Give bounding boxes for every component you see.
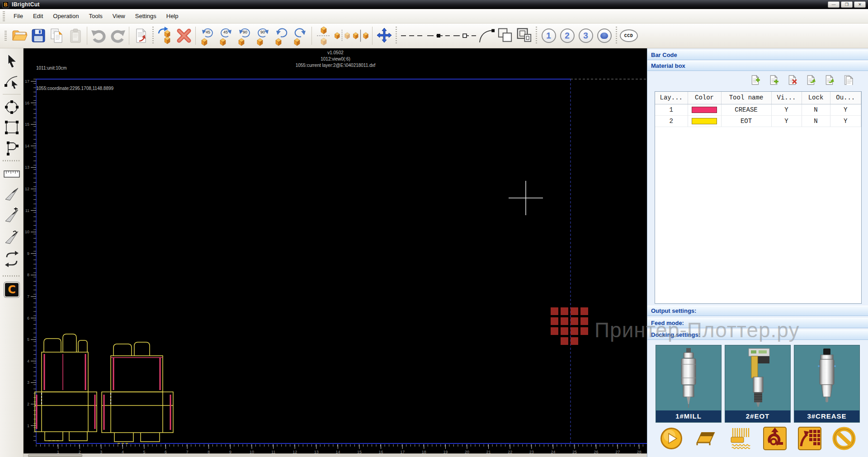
blue-dot-icon	[600, 33, 608, 39]
dieline-carton-1[interactable]	[35, 334, 97, 441]
group-squares-icon	[515, 27, 533, 44]
import-layer-button[interactable]	[806, 75, 816, 85]
add-layer-button[interactable]	[750, 75, 761, 85]
knife-add-tool-button[interactable]	[2, 206, 22, 226]
circle-tool-icon	[4, 99, 20, 115]
stop-button[interactable]	[832, 426, 856, 451]
brightcut-logo-button[interactable]: C	[2, 280, 22, 300]
rotate-90-ccw-button[interactable]: 90	[235, 25, 254, 46]
knife-tool-button[interactable]	[2, 184, 22, 204]
docking-tool-eot[interactable]: 2#EOT	[725, 345, 791, 423]
menu-file[interactable]: File	[9, 10, 28, 22]
line-style-dashed-button[interactable]	[399, 25, 425, 46]
cell-visible: Y	[771, 104, 802, 115]
menu-grip	[3, 11, 5, 21]
status-unit: 1011:unit:10cm	[36, 65, 113, 71]
menu-edit[interactable]: Edit	[28, 10, 48, 22]
drawing-canvas[interactable]: 1234567891011121314151617181920212223242…	[24, 48, 647, 457]
comb-button[interactable]	[728, 426, 753, 451]
table-row[interactable]: 1 CREASE Y N Y	[655, 104, 861, 115]
canvas-horizontal-scrollbar[interactable]	[24, 453, 647, 457]
view-3-button[interactable]: 3	[576, 25, 595, 46]
delete-button[interactable]	[175, 25, 193, 46]
rotate-left-button[interactable]	[272, 25, 291, 46]
docking-tool-crease[interactable]: 3#CREASE	[794, 345, 860, 423]
loop-tool-button[interactable]	[2, 249, 22, 269]
menu-operation[interactable]: Operation	[48, 10, 84, 22]
overlap-order-button[interactable]	[496, 25, 515, 46]
undo-button[interactable]	[90, 25, 108, 46]
paste-button[interactable]	[66, 25, 85, 46]
copy-layer-button[interactable]	[843, 75, 854, 85]
table-row[interactable]: 2 EOT Y N Y	[655, 115, 861, 127]
save-button[interactable]	[29, 25, 47, 46]
start-button[interactable]	[659, 426, 684, 451]
dieline-carton-2[interactable]	[102, 342, 173, 443]
view-2-button[interactable]: 2	[558, 25, 576, 46]
group-button[interactable]	[515, 25, 533, 46]
knife-curve-tool-button[interactable]	[2, 227, 22, 247]
line-style-node-button[interactable]	[425, 25, 452, 46]
circle-tool-button[interactable]	[2, 97, 22, 117]
close-button[interactable]: ✕	[854, 1, 866, 8]
svg-text:4: 4	[27, 359, 29, 363]
mirror-horizontal-button[interactable]	[333, 25, 351, 46]
section-feed-mode[interactable]: Feed mode:	[647, 318, 868, 328]
rotate-object-button[interactable]	[156, 25, 175, 46]
section-material-box[interactable]: Material box	[647, 61, 868, 71]
maximize-button[interactable]: ❐	[841, 1, 853, 8]
docking-tool-mill[interactable]: 1#MILL	[656, 345, 722, 423]
menu-help[interactable]: Help	[161, 10, 184, 22]
ruler-tool-button[interactable]	[2, 164, 22, 184]
svg-text:13: 13	[25, 165, 29, 170]
delete-layer-button[interactable]	[787, 75, 798, 85]
menu-tools[interactable]: Tools	[84, 10, 107, 22]
polyline-tool-button[interactable]	[2, 138, 22, 158]
scrollbar-thumb[interactable]	[28, 454, 82, 457]
svg-text:2: 2	[27, 402, 29, 406]
line-style-endpoint-button[interactable]	[452, 25, 478, 46]
cell-layer: 2	[655, 115, 688, 127]
view-1-button[interactable]: 1	[539, 25, 558, 46]
rotate-45-cw-icon: 45	[217, 25, 235, 46]
minimize-button[interactable]: —	[828, 1, 840, 8]
ccd-button[interactable]: CCD	[619, 25, 638, 46]
copy-button[interactable]	[47, 25, 66, 46]
export-doc-button[interactable]	[132, 25, 150, 46]
section-output-settings[interactable]: Output settings:	[647, 306, 868, 316]
rotate-90-cw-button[interactable]: 90	[254, 25, 272, 46]
mirror-horizontal-icon	[333, 27, 351, 44]
menu-view[interactable]: View	[108, 10, 130, 22]
test-grid-button[interactable]	[797, 426, 822, 451]
rotate-45-ccw-button[interactable]: 45	[198, 25, 217, 46]
rectangle-tool-button[interactable]	[2, 118, 22, 137]
rotate-right-button[interactable]	[291, 25, 309, 46]
redo-button[interactable]	[108, 25, 127, 46]
node-edit-tool-button[interactable]	[2, 72, 22, 92]
col-tool: Tool name	[721, 92, 771, 104]
mirror-vertical-button[interactable]	[314, 25, 333, 46]
mirror-copy-button[interactable]	[351, 25, 370, 46]
arc-edit-button[interactable]	[478, 25, 496, 46]
application-window: B IBrightCut — ❐ ✕ File Edit Operation T…	[0, 0, 868, 457]
select-tool-button[interactable]	[2, 51, 22, 71]
section-bar-code[interactable]: Bar Code	[647, 50, 868, 60]
insert-layer-button[interactable]	[769, 75, 779, 85]
sidebar-separator	[3, 160, 21, 161]
feed-button[interactable]	[693, 426, 718, 451]
view-all-button[interactable]	[595, 25, 613, 46]
knife-icon	[4, 186, 20, 202]
home-origin-button[interactable]	[763, 426, 787, 451]
node-edit-icon	[4, 74, 20, 90]
move-button[interactable]	[375, 25, 393, 46]
origin-arrow-icon	[763, 426, 787, 451]
mirror-vertical-icon	[315, 25, 332, 46]
overlap-squares-icon	[496, 27, 515, 44]
section-docking-settings[interactable]: Docking settings:	[647, 330, 868, 340]
open-button[interactable]	[10, 25, 29, 46]
cell-tool: CREASE	[721, 104, 771, 115]
rotate-45-cw-button[interactable]: 45	[217, 25, 235, 46]
svg-text:15: 15	[25, 122, 29, 127]
export-layer-button[interactable]	[824, 75, 835, 85]
menu-settings[interactable]: Settings	[130, 10, 161, 22]
